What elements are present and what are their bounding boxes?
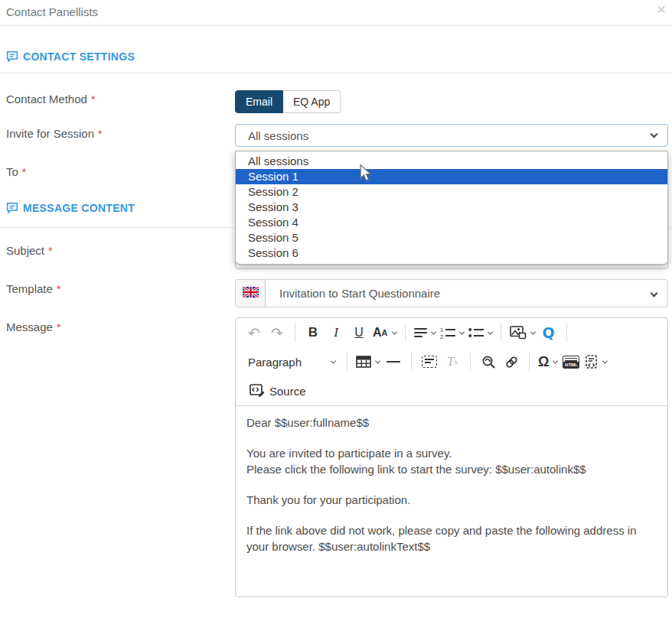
message-paragraph: You are invited to participate in a surv… xyxy=(246,445,657,477)
editor-toolbar-row-1: ↶ ↷ B I U AA 12 xyxy=(236,318,667,347)
email-toggle-button[interactable]: Email xyxy=(235,90,283,113)
required-asterisk: * xyxy=(57,321,60,333)
toolbar-separator xyxy=(470,353,471,371)
link-icon[interactable] xyxy=(502,351,520,372)
required-asterisk: * xyxy=(48,245,52,257)
chevron-down-icon xyxy=(651,290,658,297)
invite-for-session-select[interactable]: All sessions xyxy=(235,124,668,147)
underline-icon[interactable]: U xyxy=(350,322,368,343)
message-paragraph: Dear $$user:fullname$$ xyxy=(246,415,657,431)
redo-icon[interactable]: ↷ xyxy=(268,322,286,343)
editor-toolbar-row-3: Source xyxy=(236,376,667,405)
dropdown-option-session-4[interactable]: Session 4 xyxy=(236,215,667,230)
svg-text:1: 1 xyxy=(440,327,443,333)
toolbar-separator xyxy=(566,324,567,342)
dropdown-option-session-1[interactable]: Session 1 xyxy=(236,169,667,184)
italic-icon[interactable]: I xyxy=(327,322,345,343)
session-dropdown-list: All sessions Session 1 Session 2 Session… xyxy=(235,151,668,265)
header-divider xyxy=(0,25,672,26)
toolbar-separator xyxy=(347,353,347,371)
undo-icon[interactable]: ↶ xyxy=(245,322,263,343)
dropdown-option-session-3[interactable]: Session 3 xyxy=(236,200,667,215)
bold-icon[interactable]: B xyxy=(304,322,322,343)
message-paragraph: Thank you for your participation. xyxy=(246,492,657,508)
required-asterisk: * xyxy=(98,128,102,140)
bulleted-list-icon[interactable] xyxy=(468,322,492,343)
eq-app-toggle-button[interactable]: EQ App xyxy=(283,90,341,113)
message-label: Message* xyxy=(6,320,60,333)
required-asterisk: * xyxy=(57,283,60,295)
template-label: Template* xyxy=(6,282,60,295)
template-select[interactable]: Invitation to Start Questionnaire xyxy=(266,280,667,307)
close-icon[interactable]: × xyxy=(657,2,666,17)
dialog-title: Contact Panellists xyxy=(6,5,98,18)
insert-table-icon[interactable] xyxy=(356,351,380,372)
horizontal-line-icon[interactable] xyxy=(384,351,403,372)
editor-toolbar-row-2: Paragraph Tx Ω xyxy=(236,347,667,376)
special-characters-icon[interactable]: Ω xyxy=(538,351,557,372)
uk-flag-icon xyxy=(243,287,259,301)
contact-panellists-dialog: Contact Panellists × CONTACT SETTINGS Co… xyxy=(0,0,672,621)
template-value: Invitation to Start Questionnaire xyxy=(279,287,440,300)
required-asterisk: * xyxy=(91,93,95,106)
font-size-icon[interactable]: AA xyxy=(373,322,396,343)
template-select-group: Invitation to Start Questionnaire xyxy=(235,279,668,307)
toolbar-separator xyxy=(295,324,295,342)
speech-bubble-icon xyxy=(6,50,18,63)
source-code-icon xyxy=(250,383,265,399)
toolbar-separator xyxy=(411,353,412,371)
contact-method-label: Contact Method* xyxy=(6,93,95,106)
eq-plugin-icon[interactable]: Q xyxy=(540,322,558,343)
source-button[interactable]: Source xyxy=(245,380,311,402)
html-embed-icon[interactable]: HTML xyxy=(562,351,580,372)
remove-format-icon[interactable]: Tx xyxy=(443,351,462,372)
contact-method-toggle: Email EQ App xyxy=(235,90,341,113)
numbered-list-icon[interactable]: 12 xyxy=(440,322,464,343)
toolbar-separator xyxy=(501,324,501,342)
insert-block-icon[interactable] xyxy=(420,351,439,372)
rich-text-editor: ↶ ↷ B I U AA 12 xyxy=(235,317,668,597)
section-title: MESSAGE CONTENT xyxy=(23,202,135,214)
required-asterisk: * xyxy=(22,166,26,178)
chevron-down-icon xyxy=(651,131,658,138)
section-contact-settings: CONTACT SETTINGS xyxy=(6,50,135,63)
insert-image-icon[interactable] xyxy=(510,322,535,343)
selected-session-value: All sessions xyxy=(248,129,308,142)
toolbar-separator xyxy=(529,353,530,371)
dropdown-option-session-2[interactable]: Session 2 xyxy=(236,184,667,200)
dropdown-option-session-6[interactable]: Session 6 xyxy=(236,245,667,261)
toolbar-separator xyxy=(405,324,406,342)
template-snippet-icon[interactable] xyxy=(585,351,607,372)
language-flag-button[interactable] xyxy=(236,280,266,307)
subject-label: Subject* xyxy=(6,244,53,257)
section-title: CONTACT SETTINGS xyxy=(23,50,135,63)
to-label: To* xyxy=(6,165,26,178)
section-message-content: MESSAGE CONTENT xyxy=(6,202,135,214)
paragraph-style-dropdown[interactable]: Paragraph xyxy=(245,351,338,372)
dropdown-option-session-5[interactable]: Session 5 xyxy=(236,230,667,245)
message-body-editable[interactable]: Dear $$user:fullname$$ You are invited t… xyxy=(236,405,667,597)
speech-bubble-icon xyxy=(6,202,18,214)
invite-for-session-label: Invite for Session* xyxy=(6,127,103,140)
find-replace-icon[interactable] xyxy=(479,351,497,372)
dropdown-option-all-sessions[interactable]: All sessions xyxy=(236,154,667,169)
message-paragraph: If the link above did not work, please c… xyxy=(246,522,657,554)
svg-text:2: 2 xyxy=(440,333,443,339)
section-divider xyxy=(0,73,672,73)
text-alignment-icon[interactable] xyxy=(414,322,435,343)
